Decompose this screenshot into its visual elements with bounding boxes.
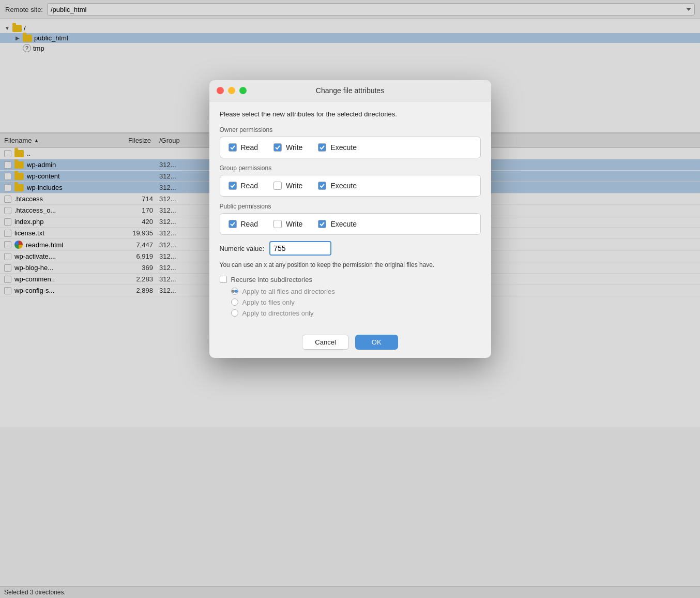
owner-read-checkbox[interactable] (229, 143, 237, 152)
group-permissions-label: Group permissions (220, 165, 481, 172)
dialog-title: Change file attributes (316, 86, 384, 95)
group-read-item: Read (229, 182, 258, 190)
public-permissions-group: Read Write Execute (220, 213, 481, 235)
dialog-footer: Cancel OK (209, 328, 491, 358)
numeric-value-input[interactable] (269, 241, 331, 256)
ok-button[interactable]: OK (355, 335, 398, 350)
radio-files-only[interactable] (231, 298, 238, 306)
radio-label-files: Apply to files only (242, 298, 295, 306)
group-read-checkbox[interactable] (229, 182, 237, 190)
group-read-label: Read (241, 182, 258, 190)
dialog-titlebar: Change file attributes (209, 80, 491, 101)
public-permissions-label: Public permissions (220, 203, 481, 210)
owner-write-label: Write (286, 143, 302, 152)
dialog-overlay: Change file attributes Please select the… (0, 0, 700, 598)
dialog-minimize-button[interactable] (228, 87, 235, 94)
owner-execute-checkbox[interactable] (318, 143, 326, 152)
group-execute-item: Execute (318, 182, 357, 190)
group-write-checkbox[interactable] (273, 182, 282, 190)
radio-dirs-only[interactable] (231, 309, 238, 317)
public-read-item: Read (229, 220, 258, 228)
public-write-checkbox[interactable] (273, 220, 282, 228)
owner-execute-label: Execute (330, 143, 357, 152)
cancel-button[interactable]: Cancel (302, 335, 348, 350)
radio-row-all: Apply to all files and directories (220, 288, 481, 295)
owner-read-item: Read (229, 143, 258, 152)
recurse-label: Recurse into subdirectories (231, 276, 313, 283)
numeric-row: Numeric value: (220, 241, 481, 256)
recurse-row: Recurse into subdirectories (220, 276, 481, 283)
public-execute-checkbox[interactable] (318, 220, 326, 228)
owner-write-checkbox[interactable] (273, 143, 282, 152)
dialog-close-button[interactable] (217, 87, 224, 94)
dialog-window-controls (217, 87, 247, 94)
public-write-label: Write (286, 220, 302, 228)
group-write-item: Write (273, 182, 302, 190)
group-write-label: Write (286, 182, 302, 190)
owner-write-item: Write (273, 143, 302, 152)
public-execute-item: Execute (318, 220, 357, 228)
dialog-maximize-button[interactable] (239, 87, 247, 94)
recurse-checkbox[interactable] (220, 276, 227, 283)
public-execute-label: Execute (330, 220, 357, 228)
public-read-label: Read (241, 220, 258, 228)
group-execute-checkbox[interactable] (318, 182, 326, 190)
change-file-attributes-dialog: Change file attributes Please select the… (209, 80, 491, 358)
radio-row-dirs: Apply to directories only (220, 309, 481, 317)
numeric-value-label: Numeric value: (220, 245, 265, 252)
public-read-checkbox[interactable] (229, 220, 237, 228)
dialog-description: Please select the new attributes for the… (220, 110, 481, 119)
radio-all-files-dirs[interactable] (231, 288, 238, 295)
owner-read-label: Read (241, 143, 258, 152)
owner-execute-item: Execute (318, 143, 357, 152)
radio-label-dirs: Apply to directories only (242, 309, 314, 317)
group-execute-label: Execute (330, 182, 357, 190)
radio-label-all: Apply to all files and directories (242, 288, 335, 295)
radio-row-files: Apply to files only (220, 298, 481, 306)
dialog-body: Please select the new attributes for the… (209, 101, 491, 328)
group-permissions-group: Read Write Execute (220, 175, 481, 197)
owner-permissions-label: Owner permissions (220, 126, 481, 133)
hint-text: You can use an x at any position to keep… (220, 261, 481, 270)
owner-permissions-group: Read Write Execute (220, 137, 481, 158)
public-write-item: Write (273, 220, 302, 228)
